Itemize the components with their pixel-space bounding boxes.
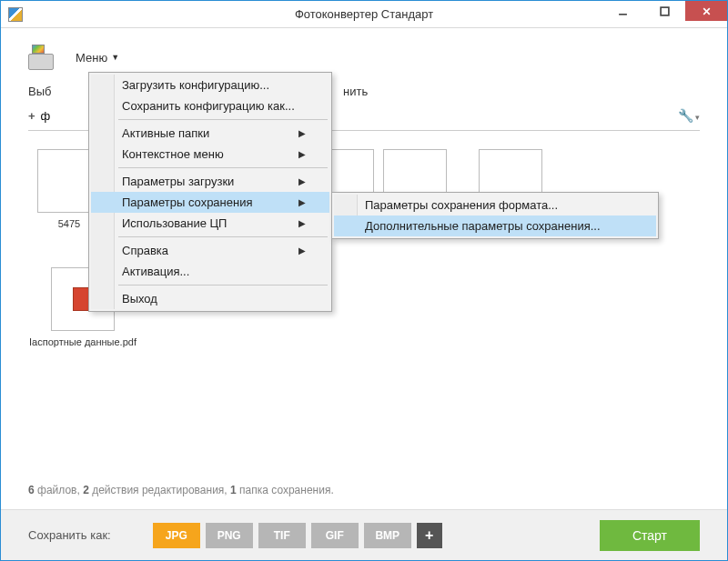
menu-load-params[interactable]: Параметры загрузки▶ [91,171,329,192]
toolbar: Меню ▼ [1,28,727,77]
submenu-arrow-icon: ▶ [298,149,306,159]
titlebar: Фотоконвертер Стандарт [1,1,727,28]
save-params-submenu: Параметры сохранения формата... Дополнит… [331,192,659,239]
menu-separator [118,119,328,120]
format-gif-button[interactable]: GIF [311,523,359,548]
svg-rect-1 [661,7,669,15]
menu-separator [118,167,328,168]
window-controls [602,1,727,27]
status-count-files: 6 [28,484,35,496]
format-bmp-button[interactable]: BMP [364,523,411,548]
caret-down-icon: ▾ [695,113,700,122]
menu-exit[interactable]: Выход [91,288,329,309]
bottom-bar: Сохранить как: JPG PNG TIF GIF BMP + Ста… [1,509,727,560]
status-count-actions: 2 [83,484,89,496]
format-tif-button[interactable]: TIF [258,523,306,548]
status-count-folders: 1 [230,484,237,496]
menu-activation[interactable]: Активация... [91,261,329,282]
menu-context-menu[interactable]: Контекстное меню▶ [91,144,329,165]
save-as-label: Сохранить как: [28,528,111,542]
start-button[interactable]: Старт [600,520,700,551]
menu-separator [118,236,328,237]
format-jpg-button[interactable]: JPG [153,523,200,548]
main-menu: Загрузить конфигурацию... Сохранить конф… [88,72,332,312]
submenu-arrow-icon: ▶ [298,218,306,228]
format-png-button[interactable]: PNG [206,523,253,548]
file-label: Іаспортные данные.pdf [28,336,137,348]
submenu-arrow-icon: ▶ [298,197,306,207]
menu-separator [118,285,328,286]
submenu-arrow-icon: ▶ [298,128,306,138]
format-add-button[interactable]: + [417,523,442,548]
menu-help[interactable]: Справка▶ [91,240,329,261]
toolbar-fragment-left: Выб [28,85,74,98]
menu-button[interactable]: Меню ▼ [66,45,128,70]
minimize-button[interactable] [602,1,643,21]
submenu-arrow-icon: ▶ [298,245,306,255]
menu-load-config[interactable]: Загрузить конфигурацию... [91,75,329,95]
close-button[interactable] [685,1,727,21]
menu-save-params[interactable]: Параметры сохранения▶ [91,192,329,213]
filter-fragment: ф [41,109,51,123]
toolbar-fragment-right: нить [343,85,368,98]
menu-save-config[interactable]: Сохранить конфигурацию как... [91,95,329,116]
submenu-additional-save-params[interactable]: Дополнительные параметры сохранения... [334,215,656,236]
menu-active-folders[interactable]: Активные папки▶ [91,123,329,144]
wrench-icon: 🔧 [678,108,693,123]
caret-down-icon: ▼ [111,53,119,62]
plus-icon[interactable]: + [28,109,35,123]
maximize-button[interactable] [643,1,685,21]
menu-cpu-usage[interactable]: Использование ЦП▶ [91,213,329,234]
submenu-arrow-icon: ▶ [298,176,306,186]
status-line: 6 файлов, 2 действия редактирования, 1 п… [28,484,334,496]
submenu-format-save-params[interactable]: Параметры сохранения формата... [334,195,656,215]
app-logo-icon [28,45,57,70]
menu-button-label: Меню [76,51,107,65]
settings-button[interactable]: 🔧▾ [678,108,700,123]
app-icon [8,7,23,22]
